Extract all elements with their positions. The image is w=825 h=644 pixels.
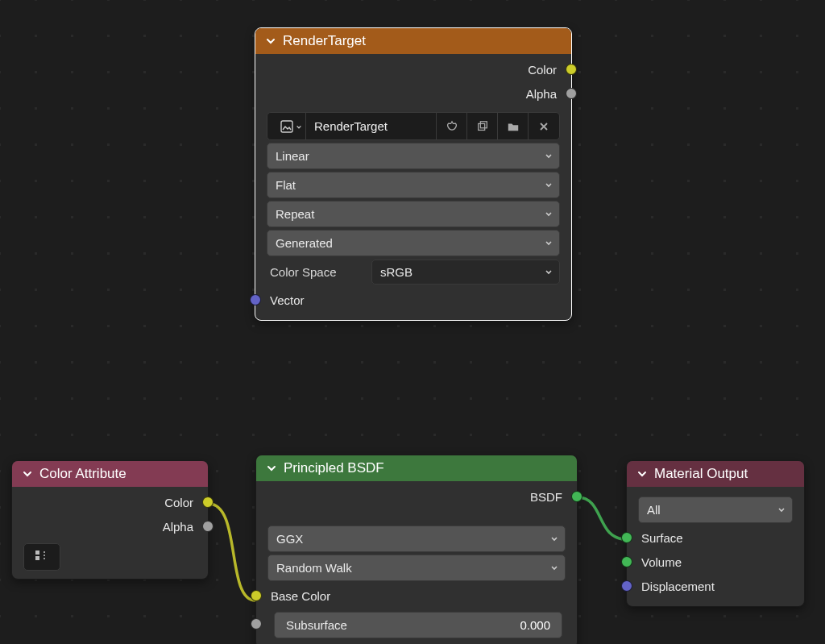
fake-user-button[interactable] xyxy=(437,113,467,139)
input-label: Vector xyxy=(270,293,305,307)
node-header[interactable]: Color Attribute xyxy=(12,461,208,487)
svg-rect-0 xyxy=(281,121,292,132)
output-color[interactable]: Color xyxy=(255,57,571,81)
slider-label: Subsurface xyxy=(286,618,347,632)
colorspace-row: Color Space sRGB xyxy=(267,259,560,285)
svg-point-7 xyxy=(44,558,45,559)
colorspace-label: Color Space xyxy=(267,265,365,279)
image-datablock-selector[interactable]: RenderTarget xyxy=(267,112,560,140)
node-principled-bsdf[interactable]: Principled BSDF BSDF GGX Random Walk Bas… xyxy=(255,455,578,644)
socket-alpha[interactable] xyxy=(566,88,577,99)
socket-subsurface[interactable] xyxy=(251,618,262,629)
socket-bsdf[interactable] xyxy=(571,491,582,502)
image-name-field[interactable]: RenderTarget xyxy=(306,113,437,139)
svg-rect-3 xyxy=(35,551,39,555)
extension-dropdown[interactable]: Repeat xyxy=(267,201,560,227)
socket-alpha[interactable] xyxy=(202,521,214,532)
interpolation-dropdown[interactable]: Linear xyxy=(267,143,560,169)
chevron-down-icon xyxy=(545,152,553,160)
svg-point-6 xyxy=(44,555,45,556)
input-displacement[interactable]: Displacement xyxy=(627,574,804,598)
output-label: Alpha xyxy=(526,87,557,101)
dropdown-value: Repeat xyxy=(276,207,314,221)
new-image-button[interactable] xyxy=(467,113,498,139)
chevron-down-icon xyxy=(550,535,558,543)
unlink-image-button[interactable] xyxy=(529,113,559,139)
node-title: Material Output xyxy=(654,466,748,482)
input-label: Base Color xyxy=(271,589,330,603)
image-name-text: RenderTarget xyxy=(314,119,388,133)
input-vector[interactable]: Vector xyxy=(255,288,571,312)
open-image-button[interactable] xyxy=(498,113,529,139)
input-volume[interactable]: Volume xyxy=(627,550,804,574)
dropdown-value: Random Walk xyxy=(276,561,352,575)
dropdown-value: Flat xyxy=(276,178,296,192)
slider-value: 0.000 xyxy=(520,618,550,632)
node-material-output[interactable]: Material Output All Surface Volume Displ… xyxy=(626,460,805,607)
chevron-down-icon xyxy=(545,268,553,276)
node-title: Principled BSDF xyxy=(284,460,384,476)
dropdown-value: All xyxy=(647,503,661,517)
input-surface[interactable]: Surface xyxy=(627,526,804,550)
svg-rect-2 xyxy=(480,121,487,127)
chevron-down-icon xyxy=(777,506,786,514)
chevron-down-icon xyxy=(545,210,553,218)
input-label: Surface xyxy=(641,531,683,545)
socket-surface[interactable] xyxy=(621,532,632,543)
distribution-dropdown[interactable]: GGX xyxy=(267,526,566,552)
chevron-down-icon xyxy=(550,564,558,572)
output-alpha[interactable]: Alpha xyxy=(12,514,208,538)
node-title: RenderTarget xyxy=(283,33,366,49)
socket-color[interactable] xyxy=(566,64,577,75)
colorspace-dropdown[interactable]: sRGB xyxy=(371,260,560,285)
source-dropdown[interactable]: Generated xyxy=(267,230,560,256)
output-bsdf[interactable]: BSDF xyxy=(256,484,577,509)
node-header[interactable]: Material Output xyxy=(627,461,804,487)
output-label: Color xyxy=(528,63,557,77)
subsurface-slider[interactable]: Subsurface 0.000 xyxy=(274,612,562,638)
output-alpha[interactable]: Alpha xyxy=(255,81,571,106)
input-subsurface[interactable]: Subsurface 0.000 xyxy=(256,608,577,640)
chevron-down-icon xyxy=(266,463,277,474)
output-label: Alpha xyxy=(163,520,193,534)
chevron-down-icon xyxy=(22,468,33,480)
input-base-color[interactable]: Base Color xyxy=(256,584,577,608)
chevron-down-icon xyxy=(265,35,276,47)
svg-point-5 xyxy=(44,551,45,553)
chevron-down-icon xyxy=(636,468,648,480)
output-label: BSDF xyxy=(530,490,562,504)
node-header[interactable]: Principled BSDF xyxy=(256,455,577,481)
dropdown-value: Linear xyxy=(276,149,309,163)
node-image-texture[interactable]: RenderTarget Color Alpha RenderTarget xyxy=(255,27,572,321)
image-icon[interactable] xyxy=(267,113,306,139)
node-header[interactable]: RenderTarget xyxy=(255,28,571,54)
socket-color[interactable] xyxy=(202,497,214,508)
output-color[interactable]: Color xyxy=(12,490,208,514)
svg-rect-1 xyxy=(478,123,484,130)
dropdown-value: GGX xyxy=(276,532,303,546)
projection-dropdown[interactable]: Flat xyxy=(267,172,560,198)
svg-rect-4 xyxy=(35,556,39,560)
dropdown-value: sRGB xyxy=(380,265,412,279)
dropdown-value: Generated xyxy=(276,236,333,250)
chevron-down-icon xyxy=(545,239,553,247)
target-dropdown[interactable]: All xyxy=(638,497,793,523)
socket-vector[interactable] xyxy=(250,294,261,305)
socket-base-color[interactable] xyxy=(251,590,262,601)
subsurface-method-dropdown[interactable]: Random Walk xyxy=(267,555,566,581)
input-label: Displacement xyxy=(641,580,715,593)
color-attribute-selector[interactable] xyxy=(23,543,60,571)
socket-displacement[interactable] xyxy=(621,580,632,592)
node-title: Color Attribute xyxy=(39,466,126,482)
input-label: Volume xyxy=(641,555,682,569)
chevron-down-icon xyxy=(545,181,553,189)
socket-volume[interactable] xyxy=(621,556,632,567)
node-color-attribute[interactable]: Color Attribute Color Alpha xyxy=(11,460,209,580)
output-label: Color xyxy=(164,496,193,509)
